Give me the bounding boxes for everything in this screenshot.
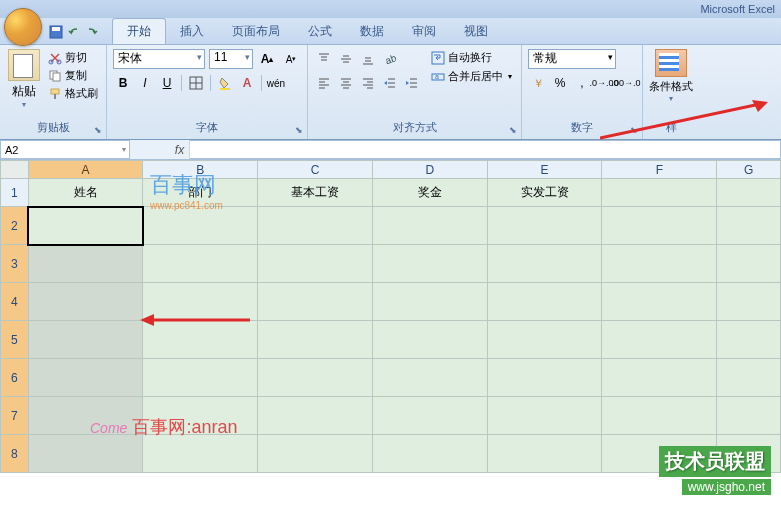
accounting-format-button[interactable]: ￥: [528, 73, 548, 93]
cell-G7[interactable]: [717, 397, 781, 435]
row-header-2[interactable]: 2: [1, 207, 29, 245]
font-size-select[interactable]: 11: [209, 49, 253, 69]
font-color-button[interactable]: A: [237, 73, 257, 93]
office-button[interactable]: [4, 8, 42, 46]
row-header-6[interactable]: 6: [1, 359, 29, 397]
merge-center-button[interactable]: a合并后居中▾: [428, 68, 515, 85]
select-all-corner[interactable]: [1, 161, 29, 179]
cell-E3[interactable]: [487, 245, 602, 283]
formula-input[interactable]: [190, 140, 781, 159]
tab-insert[interactable]: 插入: [166, 19, 218, 44]
decrease-decimal-button[interactable]: .00→.0: [616, 73, 636, 93]
percent-button[interactable]: %: [550, 73, 570, 93]
row-header-4[interactable]: 4: [1, 283, 29, 321]
cell-D4[interactable]: [372, 283, 487, 321]
redo-icon[interactable]: [84, 24, 100, 40]
row-header-1[interactable]: 1: [1, 179, 29, 207]
cell-F1[interactable]: [602, 179, 717, 207]
align-right-button[interactable]: [358, 73, 378, 93]
tab-formula[interactable]: 公式: [294, 19, 346, 44]
cell-A7[interactable]: [28, 397, 143, 435]
col-header-C[interactable]: C: [258, 161, 373, 179]
cell-G2[interactable]: [717, 207, 781, 245]
cell-F5[interactable]: [602, 321, 717, 359]
cell-A8[interactable]: [28, 435, 143, 473]
fx-button[interactable]: fx: [170, 140, 190, 159]
alignment-dialog-launcher[interactable]: ⬊: [507, 125, 519, 137]
cell-E6[interactable]: [487, 359, 602, 397]
align-center-button[interactable]: [336, 73, 356, 93]
cell-C1[interactable]: 基本工资: [258, 179, 373, 207]
number-dialog-launcher[interactable]: ⬊: [628, 125, 640, 137]
tab-data[interactable]: 数据: [346, 19, 398, 44]
cell-F7[interactable]: [602, 397, 717, 435]
cell-B4[interactable]: [143, 283, 258, 321]
format-painter-button[interactable]: 格式刷: [46, 85, 100, 102]
cell-G1[interactable]: [717, 179, 781, 207]
col-header-A[interactable]: A: [28, 161, 143, 179]
cell-F2[interactable]: [602, 207, 717, 245]
cell-B2[interactable]: [143, 207, 258, 245]
cell-A1[interactable]: 姓名: [28, 179, 143, 207]
align-top-button[interactable]: [314, 49, 334, 69]
cell-D7[interactable]: [372, 397, 487, 435]
font-dialog-launcher[interactable]: ⬊: [293, 125, 305, 137]
cell-F8[interactable]: [602, 435, 717, 473]
col-header-D[interactable]: D: [372, 161, 487, 179]
cut-button[interactable]: 剪切: [46, 49, 100, 66]
row-header-7[interactable]: 7: [1, 397, 29, 435]
cell-E8[interactable]: [487, 435, 602, 473]
paste-button[interactable]: 粘贴 ▾: [6, 49, 42, 118]
cell-E1[interactable]: 实发工资: [487, 179, 602, 207]
bold-button[interactable]: B: [113, 73, 133, 93]
font-name-select[interactable]: 宋体: [113, 49, 205, 69]
col-header-E[interactable]: E: [487, 161, 602, 179]
undo-icon[interactable]: [66, 24, 82, 40]
save-icon[interactable]: [48, 24, 64, 40]
tab-layout[interactable]: 页面布局: [218, 19, 294, 44]
cell-D8[interactable]: [372, 435, 487, 473]
increase-indent-button[interactable]: [402, 73, 422, 93]
cell-C8[interactable]: [258, 435, 373, 473]
cell-C3[interactable]: [258, 245, 373, 283]
col-header-F[interactable]: F: [602, 161, 717, 179]
col-header-G[interactable]: G: [717, 161, 781, 179]
row-header-8[interactable]: 8: [1, 435, 29, 473]
tab-review[interactable]: 审阅: [398, 19, 450, 44]
cell-A3[interactable]: [28, 245, 143, 283]
cell-D5[interactable]: [372, 321, 487, 359]
cell-D6[interactable]: [372, 359, 487, 397]
row-header-5[interactable]: 5: [1, 321, 29, 359]
number-format-select[interactable]: 常规: [528, 49, 616, 69]
name-box[interactable]: A2: [0, 140, 130, 159]
cell-C5[interactable]: [258, 321, 373, 359]
copy-button[interactable]: 复制: [46, 67, 100, 84]
cell-G3[interactable]: [717, 245, 781, 283]
phonetic-button[interactable]: wén: [266, 73, 286, 93]
cell-B7[interactable]: [143, 397, 258, 435]
cell-F3[interactable]: [602, 245, 717, 283]
border-button[interactable]: [186, 73, 206, 93]
cell-G4[interactable]: [717, 283, 781, 321]
cell-E7[interactable]: [487, 397, 602, 435]
cell-A6[interactable]: [28, 359, 143, 397]
cell-D1[interactable]: 奖金: [372, 179, 487, 207]
italic-button[interactable]: I: [135, 73, 155, 93]
tab-start[interactable]: 开始: [112, 18, 166, 44]
decrease-indent-button[interactable]: [380, 73, 400, 93]
cell-A4[interactable]: [28, 283, 143, 321]
cell-G8[interactable]: [717, 435, 781, 473]
col-header-B[interactable]: B: [143, 161, 258, 179]
cell-G6[interactable]: [717, 359, 781, 397]
align-left-button[interactable]: [314, 73, 334, 93]
cell-E4[interactable]: [487, 283, 602, 321]
clipboard-dialog-launcher[interactable]: ⬊: [92, 125, 104, 137]
cell-C6[interactable]: [258, 359, 373, 397]
cell-F4[interactable]: [602, 283, 717, 321]
cell-G5[interactable]: [717, 321, 781, 359]
cell-B3[interactable]: [143, 245, 258, 283]
cell-B6[interactable]: [143, 359, 258, 397]
conditional-format-button[interactable]: 条件格式 ▾: [649, 49, 693, 103]
cell-E2[interactable]: [487, 207, 602, 245]
row-header-3[interactable]: 3: [1, 245, 29, 283]
